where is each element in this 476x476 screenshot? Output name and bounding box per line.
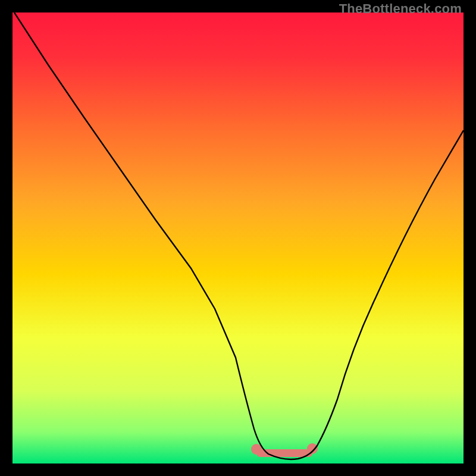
chart-frame [12, 12, 464, 464]
gradient-background [12, 12, 464, 464]
bottleneck-chart [12, 12, 464, 464]
watermark-text: TheBottleneck.com [339, 1, 462, 17]
